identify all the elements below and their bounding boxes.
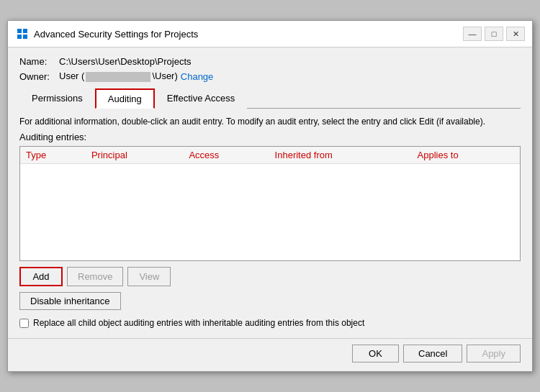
title-bar: Advanced Security Settings for Projects … (8, 21, 532, 47)
name-row: Name: C:\Users\User\Desktop\Projects (19, 56, 521, 67)
svg-rect-2 (17, 35, 22, 39)
col-principal: Principal (86, 147, 184, 164)
window-icon (17, 28, 28, 40)
description-text: For additional information, double-click… (19, 116, 521, 128)
audit-entries-label: Auditing entries: (19, 132, 521, 142)
view-button[interactable]: View (127, 267, 171, 286)
remove-button[interactable]: Remove (67, 267, 123, 286)
svg-rect-3 (23, 35, 27, 39)
owner-row: Owner: User (\User) Change (19, 70, 521, 82)
title-bar-left: Advanced Security Settings for Projects (17, 28, 198, 40)
tab-permissions[interactable]: Permissions (19, 88, 95, 109)
owner-value: User (\User) (59, 70, 178, 82)
name-label: Name: (19, 56, 59, 67)
col-type: Type (20, 147, 86, 164)
col-inherited-from: Inherited from (269, 147, 412, 164)
replace-checkbox-label: Replace all child object auditing entrie… (33, 317, 364, 329)
action-buttons-row: Add Remove View (19, 267, 521, 286)
replace-checkbox-row: Replace all child object auditing entrie… (19, 317, 521, 329)
table-header-row: Type Principal Access Inherited from App… (20, 147, 520, 164)
add-button[interactable]: Add (19, 267, 63, 286)
svg-rect-1 (23, 29, 27, 33)
owner-redacted (86, 72, 150, 82)
minimize-button[interactable]: — (463, 27, 482, 41)
owner-suffix: \User) (152, 70, 177, 81)
name-value: C:\Users\User\Desktop\Projects (59, 56, 192, 67)
close-button[interactable]: ✕ (506, 27, 525, 41)
window-title: Advanced Security Settings for Projects (34, 29, 198, 40)
footer: OK Cancel Apply (8, 338, 532, 371)
apply-button[interactable]: Apply (467, 345, 521, 363)
ok-button[interactable]: OK (352, 345, 399, 363)
tab-effective-access[interactable]: Effective Access (155, 88, 247, 109)
maximize-button[interactable]: □ (485, 27, 503, 41)
col-applies-to: Applies to (412, 147, 520, 164)
tab-auditing[interactable]: Auditing (95, 88, 155, 109)
window-body: Name: C:\Users\User\Desktop\Projects Own… (8, 47, 532, 337)
change-link[interactable]: Change (181, 71, 214, 82)
title-controls: — □ ✕ (463, 27, 525, 41)
disable-inheritance-button[interactable]: Disable inheritance (19, 292, 121, 310)
cancel-button[interactable]: Cancel (403, 345, 462, 363)
svg-rect-0 (17, 29, 22, 33)
owner-prefix: User ( (59, 70, 84, 81)
col-access: Access (183, 147, 269, 164)
audit-table: Type Principal Access Inherited from App… (20, 147, 520, 164)
tabs-bar: Permissions Auditing Effective Access (19, 88, 521, 109)
main-window: Advanced Security Settings for Projects … (7, 20, 533, 371)
owner-label: Owner: (19, 71, 59, 82)
audit-table-container[interactable]: Type Principal Access Inherited from App… (19, 146, 521, 261)
replace-checkbox[interactable] (19, 319, 29, 328)
